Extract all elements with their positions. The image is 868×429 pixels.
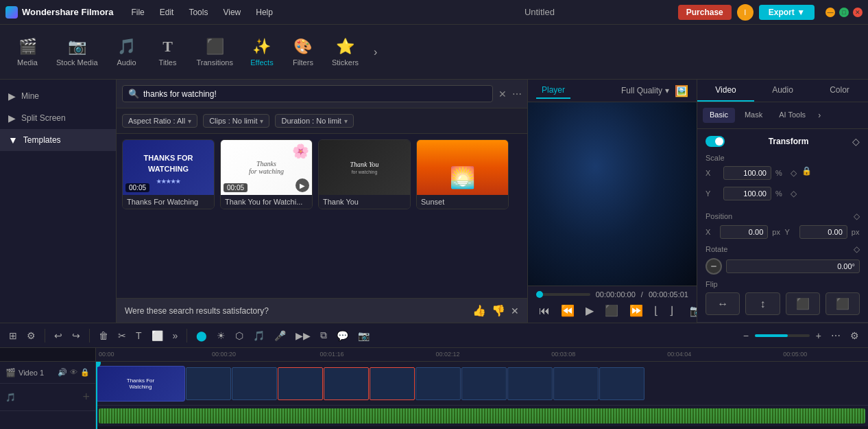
result-card-1[interactable]: THANKS FORWATCHING ★★★★★ 00:05 Thanks Fo… [122,139,215,209]
color-button[interactable]: ⬤ [193,328,210,343]
clip-7[interactable] [415,367,461,400]
result-card-2[interactable]: Thanksfor watching 🌸 00:05 ▶ Thank You f… [220,139,313,209]
menu-edit[interactable]: Edit [153,5,181,20]
search-more-icon[interactable]: ⋯ [512,89,522,100]
tool-filters[interactable]: 🎨 Filters [284,32,322,72]
player-tab[interactable]: Player [536,82,570,99]
flip-vertical-button[interactable]: ↕ [745,292,780,315]
subtab-mask[interactable]: Mask [738,108,769,123]
text-button[interactable]: T [132,328,145,343]
position-diamond-icon[interactable]: ◇ [854,211,860,221]
tab-audio[interactable]: Audio [754,80,811,102]
crop-button[interactable]: ⬜ [148,328,167,343]
scale-y-diamond-icon[interactable]: ◇ [791,189,797,198]
clip-10[interactable] [553,367,599,400]
redo-button[interactable]: ↪ [69,328,84,343]
menu-tools[interactable]: Tools [182,5,215,20]
clip-2[interactable] [186,367,231,400]
more-tl-button[interactable]: ⋯ [828,328,844,343]
feedback-thumbs-down[interactable]: 👎 [492,304,505,317]
zoom-out-button[interactable]: − [740,328,752,343]
result-card-3[interactable]: Thank You for watching Thank You [318,139,411,209]
flip-diagonal2-button[interactable]: ⬛ [825,292,860,315]
mark-in-button[interactable]: ⌊ [651,303,661,318]
tool-stickers[interactable]: ⭐ Stickers [325,32,365,72]
delete-button[interactable]: 🗑 [95,328,112,343]
playhead[interactable] [96,362,97,429]
search-clear-icon[interactable]: ✕ [498,89,507,100]
more-effects-button[interactable]: » [169,328,182,343]
clip-4[interactable] [278,367,323,400]
clip-3[interactable] [232,367,277,400]
add-audio-track-button[interactable]: + [82,390,90,404]
purchase-button[interactable]: Purchase [678,5,732,20]
menu-help[interactable]: Help [249,5,280,20]
transform-diamond-icon[interactable]: ◇ [852,136,860,147]
menu-view[interactable]: View [216,5,248,20]
position-y-input[interactable] [799,225,847,239]
feedback-thumbs-up[interactable]: 👍 [472,304,486,317]
tool-stock-media[interactable]: 📷 Stock Media [49,32,105,72]
tab-color[interactable]: Color [811,80,868,102]
undo-button[interactable]: ↩ [51,328,66,343]
settings-tl-button[interactable]: ⚙ [847,328,863,343]
brightness-icon[interactable]: ☀ [213,328,229,343]
flip-diagonal-button[interactable]: ⬛ [786,292,820,315]
minimize-button[interactable]: — [825,8,835,17]
main-clip[interactable]: Thanks ForWatching [96,366,185,402]
result-card-4[interactable]: 🌅 Sunset [416,139,509,209]
clip-5[interactable]: Click to Replace Material [324,367,369,400]
snapshot-icon[interactable]: 🖼️ [675,84,688,97]
clips-filter[interactable]: Clips : No limit ▾ [203,114,269,128]
video-track-eye-icon[interactable]: 👁 [70,368,77,377]
rotate-input[interactable] [726,259,860,273]
search-input[interactable] [143,89,487,99]
cut-button[interactable]: ✂ [114,328,130,343]
motion-button[interactable]: ▶▶ [292,328,314,343]
scale-x-input[interactable] [723,166,771,180]
audio-tl-button[interactable]: 🎵 [250,328,268,343]
video-track-vol-icon[interactable]: 🔊 [58,368,67,377]
mark-out-button[interactable]: ⌋ [666,303,676,318]
tab-video[interactable]: Video [697,80,754,102]
clip-6[interactable] [370,367,415,400]
duration-filter[interactable]: Duration : No limit ▾ [275,114,353,128]
subtab-basic[interactable]: Basic [703,108,735,123]
rotate-knob[interactable] [706,258,722,275]
menu-file[interactable]: File [124,5,151,20]
pip-button[interactable]: ⧉ [317,327,330,343]
sidebar-item-mine[interactable]: ▶ Mine [0,85,116,107]
zoom-in-button[interactable]: + [812,328,825,343]
toolbar-more-icon[interactable]: › [368,40,383,64]
flip-horizontal-button[interactable]: ↔ [706,292,740,315]
clip-9[interactable] [507,367,553,400]
clip-11[interactable] [599,367,644,400]
close-button[interactable]: ✕ [853,8,863,17]
tool-transitions[interactable]: ⬛ Transitions [190,32,240,72]
frame-back-button[interactable]: ⏪ [558,303,577,318]
voice-button[interactable]: 🎤 [271,328,289,343]
maximize-button[interactable]: □ [839,8,849,17]
zoom-track[interactable] [755,334,810,337]
transform-toggle[interactable] [706,136,725,147]
snapshot-tl-button[interactable]: 📷 [354,328,373,343]
mask-button[interactable]: ⬡ [232,328,247,343]
settings-icon[interactable]: ⚙ [23,328,39,343]
skip-back-button[interactable]: ⏮ [536,303,553,318]
tool-media[interactable]: 🎬 Media [8,32,47,72]
clip-8[interactable] [461,367,507,400]
scale-y-input[interactable] [723,187,771,200]
scale-lock-icon[interactable]: 🔒 [801,166,812,176]
tool-audio[interactable]: 🎵 Audio [108,32,146,72]
subtabs-more-icon[interactable]: › [815,108,823,123]
feedback-close-icon[interactable]: ✕ [511,305,519,316]
add-track-button[interactable]: ⊞ [5,328,21,343]
position-x-input[interactable] [720,225,768,239]
export-button[interactable]: Export ▼ [759,5,815,20]
frame-forward-button[interactable]: ⏩ [627,303,646,318]
quality-select[interactable]: Full Quality ▾ [621,86,669,95]
play-button[interactable]: ▶ [583,303,596,318]
stop-button[interactable]: ⬛ [602,303,621,318]
sidebar-item-split-screen[interactable]: ▶ Split Screen [0,107,116,129]
progress-track[interactable] [536,293,590,296]
